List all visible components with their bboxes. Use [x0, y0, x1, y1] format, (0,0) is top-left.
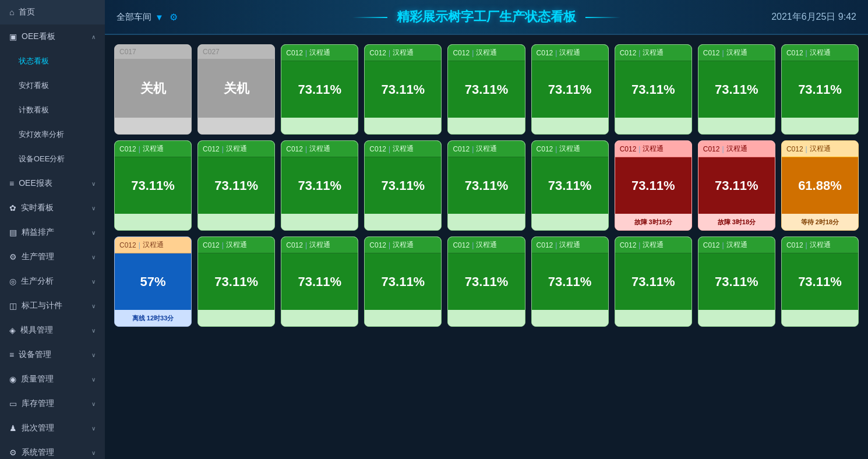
machine-brand: 汉程通	[559, 240, 580, 250]
machine-brand: 汉程通	[476, 48, 497, 58]
machine-card[interactable]: C012|汉程通 73.11% 故障 3时18分	[698, 140, 775, 231]
sidebar-group-oee[interactable]: OEE看板 ∧	[0, 24, 105, 49]
chevron-down-icon7: ∨	[91, 327, 96, 334]
machine-card-footer	[281, 118, 358, 134]
sidebar-item-home[interactable]: 首页	[0, 0, 105, 24]
machine-card[interactable]: C012|汉程通 57% 离线 12时33分	[114, 236, 192, 327]
header-datetime: 2021年6月25日 9:42	[771, 11, 856, 23]
machine-card[interactable]: C012|汉程通 73.11% 故障 3时18分	[615, 140, 692, 231]
sidebar-group-lean[interactable]: 精益排产 ∨	[0, 220, 105, 245]
machine-card-body: 73.11%	[615, 61, 691, 118]
settings-button[interactable]: ⚙	[170, 12, 178, 23]
machine-card[interactable]: C012|汉程通 73.11%	[781, 236, 859, 327]
machine-card-header: C012|汉程通	[115, 141, 191, 157]
machine-card-header: C012|汉程通	[532, 141, 608, 157]
machine-card[interactable]: C012|汉程通 73.11%	[698, 236, 775, 327]
machine-card-footer: 故障 3时18分	[615, 214, 691, 230]
machine-card[interactable]: C012|汉程通 73.11%	[281, 236, 358, 327]
machine-card[interactable]: C017 关机	[114, 44, 192, 135]
machine-card-header: C012|汉程通	[532, 237, 608, 253]
sidebar-group-mold[interactable]: 模具管理 ∨	[0, 318, 105, 343]
machine-code: C012	[703, 241, 720, 249]
machine-brand: 汉程通	[810, 240, 831, 250]
machine-code: C012	[620, 145, 637, 153]
chevron-down-icon6: ∨	[91, 303, 96, 309]
machine-card[interactable]: C012|汉程通 73.11%	[447, 44, 525, 135]
sidebar-item-status[interactable]: 状态看板	[0, 49, 105, 73]
machine-card-header: C012|汉程通	[782, 45, 858, 61]
production-icon	[9, 252, 17, 262]
machine-card-footer	[615, 310, 691, 326]
header-left: 全部车间 ▼ ⚙	[117, 12, 178, 23]
machine-card-body: 73.11%	[532, 253, 608, 310]
machine-value: 73.11%	[548, 178, 592, 193]
machine-value: 关机	[224, 80, 249, 97]
machine-brand: 汉程通	[726, 48, 747, 58]
machine-card[interactable]: C012|汉程通 73.11%	[531, 140, 609, 231]
workshop-selector[interactable]: 全部车间 ▼	[117, 12, 164, 23]
machine-card[interactable]: C012|汉程通 73.11%	[364, 236, 442, 327]
sidebar-group-inventory[interactable]: 库存管理 ∨	[0, 391, 105, 416]
machine-card[interactable]: C012|汉程通 73.11%	[447, 140, 525, 231]
sidebar-group-system[interactable]: 系统管理 ∨	[0, 440, 105, 459]
label-icon	[9, 301, 17, 310]
machine-card[interactable]: C012|汉程通 73.11%	[197, 236, 275, 327]
machine-code: C012	[286, 241, 303, 249]
machine-card[interactable]: C012|汉程通 73.11%	[531, 44, 609, 135]
machine-card-footer	[198, 310, 274, 326]
machine-code: C012	[203, 241, 220, 249]
machine-card-footer	[448, 118, 524, 134]
sidebar-group-label[interactable]: 标工与计件 ∨	[0, 294, 105, 318]
sidebar-group-quality[interactable]: 质量管理 ∨	[0, 367, 105, 391]
machine-card[interactable]: C027 关机	[197, 44, 275, 135]
machine-card-footer: 故障 3时18分	[698, 214, 775, 230]
chevron-down-icon10: ∨	[91, 401, 96, 407]
sidebar-group-batch[interactable]: 批次管理 ∨	[0, 416, 105, 440]
machine-card-body: 73.11%	[532, 157, 608, 214]
machine-card-body: 73.11%	[115, 157, 191, 214]
machine-card-header: C012|汉程通	[198, 141, 274, 157]
machine-card-body: 73.11%	[365, 157, 441, 214]
machine-status-text: 故障 3时18分	[718, 218, 756, 227]
machine-card[interactable]: C012|汉程通 73.11%	[781, 44, 859, 135]
sidebar-item-andon[interactable]: 安灯看板	[0, 73, 105, 98]
machine-value: 73.11%	[798, 274, 842, 289]
machine-card-body: 73.11%	[615, 157, 691, 214]
machine-code: C012	[620, 241, 637, 249]
machine-card[interactable]: C012|汉程通 73.11%	[531, 236, 609, 327]
machine-card[interactable]: C012|汉程通 73.11%	[281, 44, 358, 135]
machine-code: C012	[620, 49, 637, 57]
machine-brand: 汉程通	[226, 144, 247, 154]
machine-card[interactable]: C012|汉程通 73.11%	[615, 44, 692, 135]
chevron-down-icon12: ∨	[91, 450, 96, 456]
machine-value: 73.11%	[548, 82, 592, 97]
machine-card-header: C012|汉程通	[281, 237, 358, 253]
sidebar-group-analysis[interactable]: 生产分析 ∨	[0, 269, 105, 294]
machine-status-text: 故障 3时18分	[634, 218, 672, 227]
machine-card[interactable]: C012|汉程通 73.11%	[615, 236, 692, 327]
machine-card[interactable]: C012|汉程通 73.11%	[281, 140, 358, 231]
machine-card-footer	[365, 214, 441, 230]
machine-card[interactable]: C012|汉程通 61.88% 等待 2时18分	[781, 140, 859, 231]
machine-card[interactable]: C012|汉程通 73.11%	[698, 44, 775, 135]
sidebar-item-andon-analysis[interactable]: 安灯效率分析	[0, 122, 105, 147]
machine-code: C012	[119, 241, 136, 249]
machine-card[interactable]: C012|汉程通 73.11%	[197, 140, 275, 231]
header: 全部车间 ▼ ⚙ 精彩展示树字工厂生产状态看板 2021年6月25日 9:42	[105, 0, 868, 35]
sidebar-group-device[interactable]: 设备管理 ∨	[0, 343, 105, 367]
machine-card[interactable]: C012|汉程通 73.11%	[364, 44, 442, 135]
machine-brand: 汉程通	[309, 144, 330, 154]
machine-card-body: 关机	[115, 59, 191, 118]
machine-card-header: C012|汉程通	[365, 141, 441, 157]
machine-card[interactable]: C012|汉程通 73.11%	[447, 236, 525, 327]
sidebar-item-count[interactable]: 计数看板	[0, 98, 105, 122]
machine-card-header: C012|汉程通	[281, 141, 358, 157]
sidebar-group-prod-mgmt[interactable]: 生产管理 ∨	[0, 245, 105, 269]
sidebar-group-report[interactable]: OEE报表 ∨	[0, 171, 105, 196]
sidebar-group-realtime[interactable]: 实时看板 ∨	[0, 196, 105, 220]
sidebar-item-device-oee[interactable]: 设备OEE分析	[0, 147, 105, 171]
machine-card-header: C012|汉程通	[615, 141, 691, 157]
machine-card[interactable]: C012|汉程通 73.11%	[364, 140, 442, 231]
machine-card[interactable]: C012|汉程通 73.11%	[114, 140, 192, 231]
machine-code: C017	[119, 48, 136, 56]
